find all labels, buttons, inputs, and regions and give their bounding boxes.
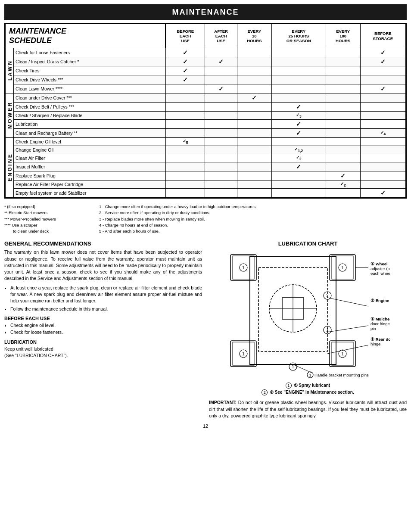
table-row: M O W E R Clean under Drive Cover *** ✓ [6, 93, 406, 103]
check-cell [360, 75, 405, 84]
task-cell: Check Engine Oil level [14, 138, 166, 146]
task-cell: Empty fuel system or add Stabilizer [14, 189, 166, 198]
check-cell [326, 120, 360, 129]
gen-rec-list: At least once a year, replace the spark … [10, 285, 202, 313]
table-row: Lubrication ✓ [6, 120, 406, 129]
table-row: L A W N Check for Loose Fasteners ✓ ✓ [6, 48, 406, 57]
check-cell [237, 154, 271, 162]
check-cell [237, 162, 271, 171]
check-cell [205, 129, 237, 138]
schedule-title: MAINTENANCE SCHEDULE [6, 24, 166, 48]
before-each-use-list: Check engine oil level. Check for loose … [10, 322, 202, 336]
list-item: Check for loose fasteners. [10, 329, 202, 336]
lubrication-heading: LUBRICATION [4, 339, 202, 345]
check-cell: ✓ [360, 57, 405, 66]
task-cell: Clean and Recharge Battery ** [14, 129, 166, 138]
check-cell [360, 138, 405, 146]
check-cell [237, 146, 271, 154]
task-cell: Check Drive Wheels *** [14, 75, 166, 84]
check-cell [271, 93, 326, 103]
check-cell [271, 138, 326, 146]
svg-text:① Wheel: ① Wheel [371, 261, 388, 266]
footnote-item: ** Electric-Start mowers [4, 210, 95, 216]
check-cell [271, 84, 326, 93]
check-cell: ✓1,2 [271, 146, 326, 154]
check-cell [237, 103, 271, 112]
footnote-item: *** Power-Propelled mowers [4, 216, 95, 222]
check-cell: ✓2 [271, 154, 326, 162]
check-cell [360, 146, 405, 154]
lower-section: GENERAL RECOMMENDATIONS The warranty on … [4, 240, 407, 419]
check-cell [205, 112, 237, 120]
check-cell [165, 189, 205, 198]
svg-text:① Rear door: ① Rear door [371, 337, 390, 342]
check-cell: ✓ [360, 48, 405, 57]
page-number: 12 [4, 423, 407, 429]
svg-line-17 [327, 345, 368, 354]
check-cell [237, 66, 271, 75]
check-cell: ✓ [271, 120, 326, 129]
check-cell [271, 171, 326, 180]
check-cell [271, 66, 326, 75]
section-label-mower: M O W E R [6, 93, 14, 138]
check-cell: ✓5 [165, 138, 205, 146]
task-cell: Clean under Drive Cover *** [14, 93, 166, 103]
check-cell [165, 180, 205, 189]
footnote-item: 1 - Change more often if operating under… [99, 204, 407, 210]
table-row: Check Tires ✓ [6, 66, 406, 75]
check-cell [205, 180, 237, 189]
circle-num-2: 2 [262, 389, 268, 395]
check-cell: ✓4 [360, 129, 405, 138]
check-cell [326, 57, 360, 66]
svg-text:1: 1 [341, 265, 344, 270]
col-every-10-hours: EVERY10HOURS [237, 24, 271, 48]
gen-rec-paragraph: The warranty on this lawn mower does not… [4, 249, 202, 282]
check-cell [205, 189, 237, 198]
check-cell [205, 171, 237, 180]
check-cell [326, 129, 360, 138]
important-text: Do not oil or grease plastic wheel beari… [209, 400, 407, 418]
check-cell [165, 171, 205, 180]
lubrication-diagram: 1 1 1 1 2 1 1 ① Wheel adjuster (on [226, 250, 390, 380]
check-cell [360, 66, 405, 75]
check-cell [237, 84, 271, 93]
check-cell: ✓ [165, 75, 205, 84]
check-cell [326, 48, 360, 57]
check-cell [326, 75, 360, 84]
table-row: Check / Sharpen / Replace Blade ✓3 [6, 112, 406, 120]
lubrication-text: Keep unit well lubricated(See "LUBRICATI… [4, 346, 202, 359]
check-cell [271, 189, 326, 198]
check-cell [165, 103, 205, 112]
svg-text:② Engine oil: ② Engine oil [371, 298, 390, 303]
svg-text:1: 1 [341, 352, 344, 356]
check-cell [205, 75, 237, 84]
lubrication-section: LUBRICATION Keep unit well lubricated(Se… [4, 339, 202, 359]
section-label-lawn: L A W N [6, 48, 14, 93]
task-cell: Inspect Muffler [14, 162, 166, 171]
check-cell: ✓ [165, 57, 205, 66]
list-item: Follow the maintenance schedule in this … [10, 306, 202, 312]
check-cell [360, 154, 405, 162]
check-cell [205, 154, 237, 162]
check-cell [205, 93, 237, 103]
table-row: Clean / Inspect Grass Catcher * ✓ ✓ ✓ [6, 57, 406, 66]
check-cell [205, 103, 237, 112]
task-cell: Check Drive Belt / Pulleys *** [14, 103, 166, 112]
task-cell: Replace Air Filter Paper Cartridge [14, 180, 166, 189]
check-cell [360, 93, 405, 103]
footnote-item: 3 - Replace blades more often when mowin… [99, 216, 407, 222]
table-row: Inspect Muffler ✓ [6, 162, 406, 171]
lubrication-chart-section: LUBRICATION CHART [209, 240, 407, 419]
check-cell [271, 57, 326, 66]
maintenance-schedule-table: MAINTENANCE SCHEDULE BEFOREEACHUSE AFTER… [4, 23, 407, 199]
svg-line-15 [327, 298, 368, 306]
important-label: IMPORTANT: [209, 400, 237, 405]
check-cell [360, 120, 405, 129]
check-cell [326, 112, 360, 120]
svg-text:1: 1 [242, 352, 245, 356]
legend-line-2: 2 ② See "ENGINE" in Maintenance section. [209, 389, 407, 396]
check-cell [326, 189, 360, 198]
task-cell: Clean / Inspect Grass Catcher * [14, 57, 166, 66]
svg-text:door hinge: door hinge [371, 321, 390, 326]
footnotes-left: * (if so equipped) ** Electric-Start mow… [4, 204, 99, 234]
